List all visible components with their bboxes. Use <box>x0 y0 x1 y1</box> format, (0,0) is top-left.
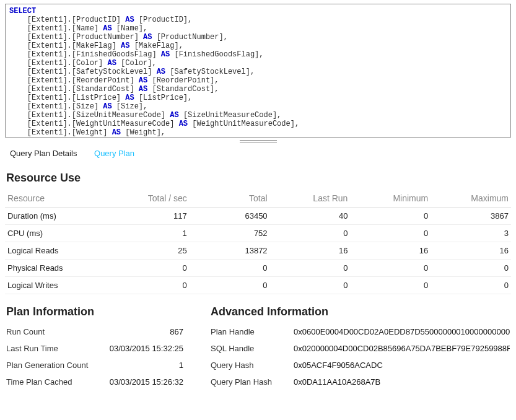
cell-value: 0 <box>431 260 511 277</box>
splitter-handle[interactable] <box>5 138 511 145</box>
info-value: 0x0600E0004D00CD02A0EDD87D55000000010000… <box>294 327 510 336</box>
col-last-run: Last Run <box>270 190 351 208</box>
tab-query-plan[interactable]: Query Plan <box>94 149 134 158</box>
plan-information: Plan Information Run Count867Last Run Ti… <box>5 298 185 390</box>
cell-value: 16 <box>350 242 431 260</box>
info-label: Time Plan Cached <box>6 377 72 387</box>
app-root: SELECT [Extent1].[ProductID] AS [Product… <box>0 0 516 403</box>
cell-label: Physical Reads <box>5 260 109 277</box>
sql-line: [Extent1].[SizeUnitMeasureCode] AS [Size… <box>9 111 507 120</box>
info-value: 0x0DA11AA10A268A7B <box>294 377 510 387</box>
info-value: 03/03/2015 15:32:25 <box>110 344 183 353</box>
cell-value: 0 <box>350 225 431 242</box>
table-row: CPU (ms)1752003 <box>5 225 511 242</box>
cell-label: Logical Reads <box>5 242 109 260</box>
info-value: 867 <box>170 327 183 336</box>
sql-line: [Extent1].[ReorderPoint] AS [ReorderPoin… <box>9 76 507 85</box>
resource-use-table: Resource Total / sec Total Last Run Mini… <box>5 190 511 294</box>
info-row: SQL Handle0x020000004D00CD02B85696A75DA7… <box>209 340 511 357</box>
table-row: Logical Writes00000 <box>5 277 511 294</box>
info-value: 0x05ACF4F9056ACADC <box>294 361 510 370</box>
info-label: Plan Generation Count <box>6 361 88 370</box>
cell-value: 0 <box>431 277 511 294</box>
cell-value: 0 <box>190 260 270 277</box>
cell-value: 0 <box>270 277 351 294</box>
sql-line: [Extent1].[Name] AS [Name], <box>9 24 507 33</box>
info-value: 03/03/2015 15:26:32 <box>110 377 183 387</box>
info-label: Query Plan Hash <box>211 377 285 387</box>
info-value: 1 <box>179 361 183 370</box>
cell-value: 0 <box>109 260 190 277</box>
sql-line: [Extent1].[WeightUnitMeasureCode] AS [We… <box>9 120 507 128</box>
cell-value: 3 <box>431 225 511 242</box>
cell-value: 0 <box>109 277 190 294</box>
cell-value: 40 <box>270 208 351 225</box>
info-label: Run Count <box>6 327 45 336</box>
sql-line: [Extent1].[ProductNumber] AS [ProductNum… <box>9 33 507 42</box>
cell-value: 752 <box>190 225 270 242</box>
sql-line: [Extent1].[MakeFlag] AS [MakeFlag], <box>9 42 507 50</box>
sql-line: [Extent1].[ProductID] AS [ProductID], <box>9 15 507 24</box>
cell-value: 16 <box>431 242 511 260</box>
info-row: Time Plan Cached03/03/2015 15:26:32 <box>5 374 185 390</box>
cell-value: 63450 <box>190 208 270 225</box>
table-row: Physical Reads00000 <box>5 260 511 277</box>
heading-advanced-information: Advanced Information <box>211 305 510 318</box>
cell-value: 117 <box>109 208 190 225</box>
info-row: Last Run Time03/03/2015 15:32:25 <box>5 340 185 357</box>
info-row: Plan Handle0x0600E0004D00CD02A0EDD87D550… <box>209 323 511 340</box>
info-row: Plan Generation Count1 <box>5 357 185 374</box>
sql-line: [Extent1].[ListPrice] AS [ListPrice], <box>9 94 507 102</box>
info-value: 0x020000004D00CD02B85696A75DA7BEBF79E792… <box>294 344 510 353</box>
sql-line: [Extent1].[Color] AS [Color], <box>9 59 507 68</box>
sql-line: [Extent1].[SafetyStockLevel] AS [SafetyS… <box>9 68 507 76</box>
sql-line: [Extent1].[Size] AS [Size], <box>9 102 507 111</box>
tab-strip: Query Plan Details Query Plan <box>5 145 511 160</box>
cell-label: Duration (ms) <box>5 208 109 225</box>
cell-value: 0 <box>350 277 431 294</box>
sql-line: [Extent1].[Weight] AS [Weight], <box>9 128 507 137</box>
cell-value: 0 <box>270 225 351 242</box>
cell-label: Logical Writes <box>5 277 109 294</box>
cell-label: CPU (ms) <box>5 225 109 242</box>
info-label: Plan Handle <box>211 327 285 336</box>
advanced-information: Advanced Information Plan Handle0x0600E0… <box>209 298 511 390</box>
info-label: Last Run Time <box>6 344 58 353</box>
cell-value: 0 <box>190 277 270 294</box>
sql-text-pane[interactable]: SELECT [Extent1].[ProductID] AS [Product… <box>5 4 511 138</box>
cell-value: 16 <box>270 242 351 260</box>
cell-value: 25 <box>109 242 190 260</box>
heading-plan-information: Plan Information <box>6 305 183 318</box>
info-columns: Plan Information Run Count867Last Run Ti… <box>5 298 511 390</box>
info-row: Run Count867 <box>5 323 185 340</box>
cell-value: 3867 <box>431 208 511 225</box>
col-maximum: Maximum <box>431 190 511 208</box>
info-label: SQL Handle <box>211 344 285 353</box>
sql-line: [Extent1].[StandardCost] AS [StandardCos… <box>9 85 507 94</box>
col-resource: Resource <box>5 190 109 208</box>
col-total: Total <box>190 190 270 208</box>
cell-value: 13872 <box>190 242 270 260</box>
info-row: Query Hash0x05ACF4F9056ACADC <box>209 357 511 374</box>
table-row: Logical Reads2513872161616 <box>5 242 511 260</box>
col-minimum: Minimum <box>350 190 431 208</box>
cell-value: 0 <box>270 260 351 277</box>
col-total-sec: Total / sec <box>109 190 190 208</box>
resource-table-header: Resource Total / sec Total Last Run Mini… <box>5 190 511 208</box>
cell-value: 0 <box>350 208 431 225</box>
table-row: Duration (ms)117634504003867 <box>5 208 511 225</box>
heading-resource-use: Resource Use <box>6 172 510 185</box>
cell-value: 1 <box>109 225 190 242</box>
sql-line: [Extent1].[FinishedGoodsFlag] AS [Finish… <box>9 50 507 59</box>
tab-query-plan-details[interactable]: Query Plan Details <box>10 149 77 158</box>
info-row: Query Plan Hash0x0DA11AA10A268A7B <box>209 374 511 390</box>
cell-value: 0 <box>350 260 431 277</box>
info-label: Query Hash <box>211 361 285 370</box>
